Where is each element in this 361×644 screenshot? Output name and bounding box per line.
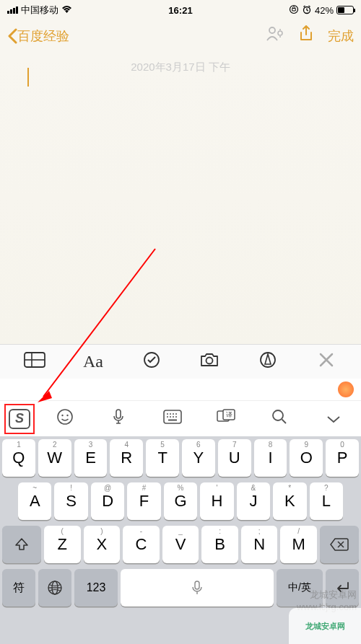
svg-point-19 xyxy=(173,413,174,415)
orientation-lock-icon xyxy=(289,4,299,17)
key-row-3: (Z)X-C_V:B;N/M xyxy=(2,526,359,563)
key-v[interactable]: _V xyxy=(162,526,199,563)
carrier-label: 中国移动 xyxy=(21,4,58,17)
camera-icon[interactable] xyxy=(190,352,230,372)
nav-bar: 百度经验 完成 xyxy=(0,20,361,52)
candidate-bar xyxy=(0,379,361,400)
svg-point-22 xyxy=(170,416,171,418)
symbol-key[interactable]: 符 xyxy=(2,569,35,606)
collapse-icon[interactable] xyxy=(310,410,357,428)
table-icon[interactable] xyxy=(15,352,55,372)
key-f[interactable]: #F xyxy=(127,482,160,520)
key-g[interactable]: %G xyxy=(164,482,197,520)
svg-point-21 xyxy=(167,416,168,418)
svg-point-24 xyxy=(175,416,177,418)
status-bar: 中国移动 16:21 42% xyxy=(0,0,361,20)
space-key[interactable] xyxy=(121,569,274,606)
key-s[interactable]: !S xyxy=(54,482,87,520)
alarm-icon xyxy=(302,4,312,17)
svg-point-23 xyxy=(173,416,174,418)
key-h[interactable]: 'H xyxy=(200,482,233,520)
key-w[interactable]: 2W xyxy=(38,439,71,477)
svg-point-3 xyxy=(278,31,282,35)
svg-line-30 xyxy=(282,419,287,423)
globe-key[interactable] xyxy=(38,569,71,606)
svg-point-2 xyxy=(269,27,275,33)
voice-icon[interactable] xyxy=(95,408,142,430)
collaborate-icon[interactable] xyxy=(266,26,284,46)
back-label: 百度经验 xyxy=(17,27,69,45)
back-button[interactable]: 百度经验 xyxy=(7,27,69,45)
svg-rect-15 xyxy=(116,410,121,418)
notes-toolbar: Aa xyxy=(0,344,361,379)
key-row-1: 1Q2W3E4R5T6Y7U8I9O0P xyxy=(2,439,359,477)
svg-point-17 xyxy=(167,413,168,415)
translate-icon[interactable]: 译 xyxy=(203,409,249,429)
clock-label: 16:21 xyxy=(168,5,192,16)
key-z[interactable]: (Z xyxy=(44,526,81,563)
key-t[interactable]: 5T xyxy=(146,439,179,477)
checklist-icon[interactable] xyxy=(131,351,171,373)
corner-logo: 龙城安卓网 xyxy=(289,608,361,644)
keyboard-switch-icon[interactable] xyxy=(149,410,196,428)
svg-point-18 xyxy=(170,413,171,415)
svg-point-14 xyxy=(66,414,68,415)
key-l[interactable]: ?L xyxy=(310,482,343,520)
emoji-avatar-icon[interactable] xyxy=(338,381,354,397)
key-o[interactable]: 9O xyxy=(290,439,323,477)
svg-point-13 xyxy=(61,414,63,415)
key-k[interactable]: *K xyxy=(273,482,306,520)
key-u[interactable]: 7U xyxy=(218,439,251,477)
share-icon[interactable] xyxy=(299,25,313,47)
search-icon[interactable] xyxy=(256,409,303,429)
markup-icon[interactable] xyxy=(248,351,287,373)
battery-pct-label: 42% xyxy=(315,5,334,16)
svg-point-12 xyxy=(58,410,72,424)
key-b[interactable]: :B xyxy=(201,526,238,563)
backspace-key[interactable] xyxy=(320,526,359,563)
svg-rect-34 xyxy=(195,581,199,589)
dismiss-keyboard-icon[interactable] xyxy=(306,352,346,372)
key-c[interactable]: -C xyxy=(123,526,160,563)
key-a[interactable]: ~A xyxy=(18,482,51,520)
emoji-icon[interactable] xyxy=(42,408,88,430)
text-cursor xyxy=(27,68,29,87)
key-m[interactable]: /M xyxy=(280,526,317,563)
note-date-label: 2020年3月17日 下午 xyxy=(14,61,347,74)
key-d[interactable]: @D xyxy=(91,482,124,520)
key-x[interactable]: )X xyxy=(84,526,121,563)
key-i[interactable]: 8I xyxy=(254,439,287,477)
signal-icon xyxy=(7,6,18,14)
key-j[interactable]: &J xyxy=(237,482,270,520)
svg-point-20 xyxy=(175,413,177,415)
chevron-left-icon xyxy=(7,28,17,44)
key-p[interactable]: 0P xyxy=(326,439,359,477)
key-row-2: ~A!S@D#F%G'H&J*K?L xyxy=(2,482,359,520)
number-key[interactable]: 123 xyxy=(74,569,118,606)
wifi-icon xyxy=(61,4,72,16)
done-button[interactable]: 完成 xyxy=(328,27,354,45)
sogou-logo-button[interactable]: S xyxy=(4,404,35,434)
svg-point-29 xyxy=(273,410,283,420)
key-q[interactable]: 1Q xyxy=(2,439,35,477)
svg-rect-25 xyxy=(168,419,177,420)
key-e[interactable]: 3E xyxy=(74,439,108,477)
key-n[interactable]: ;N xyxy=(241,526,278,563)
keyboard-toolbar: S 译 xyxy=(0,400,361,436)
key-y[interactable]: 6Y xyxy=(182,439,215,477)
key-r[interactable]: 4R xyxy=(110,439,143,477)
svg-point-10 xyxy=(206,357,213,363)
note-editor[interactable]: 2020年3月17日 下午 xyxy=(0,52,361,344)
svg-text:译: 译 xyxy=(226,411,232,418)
text-format-button[interactable]: Aa xyxy=(73,352,113,371)
battery-icon xyxy=(336,6,354,14)
shift-key[interactable] xyxy=(2,526,41,563)
